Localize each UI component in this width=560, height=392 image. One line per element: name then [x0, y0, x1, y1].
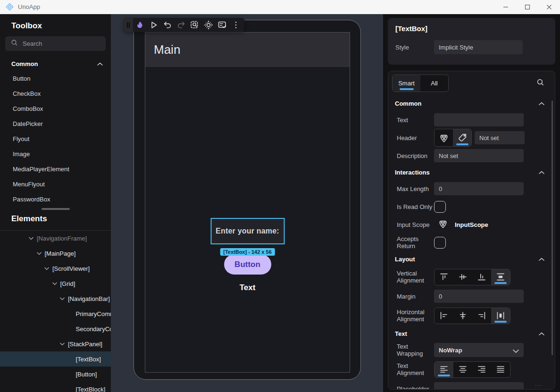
tree-item-textblock[interactable]: [TextBlock]	[0, 382, 111, 392]
style-input[interactable]: Implicit Style	[434, 40, 523, 54]
undo-icon[interactable]	[160, 18, 174, 32]
theme-brightness-icon[interactable]	[201, 18, 215, 32]
hot-design-flame-icon[interactable]	[133, 18, 147, 32]
section-header-interactions[interactable]: Interactions	[388, 165, 555, 180]
property-row-vertical-alignment: Vertical Alignment	[388, 267, 555, 287]
property-row-description: DescriptionNot set	[388, 147, 555, 165]
property-control	[434, 113, 524, 126]
tree-item-secondaryco[interactable]: SecondaryCo	[0, 321, 111, 336]
tree-item-stackpanel[interactable]: [StackPanel]	[0, 336, 111, 351]
chevron-down-icon[interactable]	[35, 252, 43, 255]
property-row-is-read-only: Is Read Only	[388, 198, 555, 216]
tree-item-mainpage[interactable]: [MainPage]	[0, 246, 111, 261]
margin-input[interactable]: 0	[434, 290, 524, 303]
property-control	[434, 201, 446, 213]
drag-handle-icon[interactable]	[124, 18, 133, 32]
device-screen[interactable]: Main Enter your name: [TextBox] - 142 x …	[145, 32, 350, 373]
form-validation-icon[interactable]	[215, 18, 229, 32]
toolbox-item-combobox[interactable]: ComboBox	[0, 101, 111, 116]
canvas-textblock[interactable]: Text	[240, 283, 256, 292]
toolbox-item-menuflyout[interactable]: MenuFlyout	[0, 176, 111, 192]
toolbox-item-flyout[interactable]: Flyout	[0, 131, 111, 146]
toolbox-search-input[interactable]: Search	[5, 36, 106, 51]
toolbox-item-checkbox[interactable]: CheckBox	[0, 86, 111, 101]
tree-item-scrollviewer[interactable]: [ScrollViewer]	[0, 261, 111, 276]
properties-search-icon[interactable]	[536, 78, 544, 88]
max-length-input[interactable]: 0	[434, 182, 524, 195]
design-canvas[interactable]: Main Enter your name: [TextBox] - 142 x …	[111, 14, 383, 392]
property-label: Is Read Only	[388, 203, 434, 210]
tree-item-navigationbar[interactable]: [NavigationBar]	[0, 291, 111, 306]
play-icon[interactable]	[147, 18, 160, 32]
close-button[interactable]	[538, 0, 560, 14]
toolbox-search-placeholder: Search	[23, 40, 42, 47]
align-h-stretch-icon[interactable]	[491, 308, 510, 324]
text-align-justify-icon[interactable]	[491, 362, 510, 377]
align-v-center-icon[interactable]	[453, 269, 472, 285]
redo-icon[interactable]	[174, 18, 188, 32]
align-v-stretch-icon[interactable]	[491, 269, 510, 285]
text-wrapping-dropdown[interactable]: NoWrap	[434, 343, 524, 357]
align-bottom-icon[interactable]	[472, 269, 491, 285]
accepts-return-checkbox[interactable]	[434, 237, 446, 249]
property-row-text-alignment: Text Alignment	[388, 359, 555, 380]
property-row-text-wrapping: Text WrappingNoWrap	[388, 341, 555, 359]
input-scope-binding[interactable]: InputScope	[434, 218, 488, 231]
chevron-down-icon[interactable]	[27, 237, 35, 240]
splitter-grip[interactable]	[42, 208, 70, 210]
text-align-center-icon[interactable]	[453, 362, 472, 377]
property-row-margin: Margin0	[388, 287, 555, 305]
selection-size-badge: [TextBox] - 142 x 56	[220, 248, 275, 256]
property-label: Margin	[388, 293, 434, 300]
binding-icon[interactable]	[435, 129, 453, 146]
selected-textbox[interactable]: Enter your name:	[210, 218, 284, 244]
toolbox-elements-splitter[interactable]	[0, 207, 111, 211]
maximize-button[interactable]	[517, 0, 538, 14]
text-align-left-icon[interactable]	[435, 362, 453, 377]
tree-item-navigationframe[interactable]: [NavigationFrame]	[0, 231, 111, 246]
tree-item-primarycomm[interactable]: PrimaryComm	[0, 306, 111, 321]
chevron-down-icon[interactable]	[43, 267, 50, 270]
toolbox-item-mediaplayerelement[interactable]: MediaPlayerElement	[0, 161, 111, 176]
chevron-down-icon[interactable]	[59, 297, 66, 300]
property-row-placeholder: Placeholder	[388, 380, 555, 390]
chevron-down-icon[interactable]	[51, 282, 59, 285]
toolbox-item-image[interactable]: Image	[0, 146, 111, 161]
tab-all[interactable]: All	[420, 75, 448, 92]
text-align-right-icon[interactable]	[472, 362, 491, 377]
is-read-only-checkbox[interactable]	[434, 201, 446, 213]
description-input[interactable]: Not set	[434, 149, 524, 162]
property-row-text: Text	[388, 111, 555, 129]
chevron-down-icon[interactable]	[59, 342, 66, 346]
toolbox-item-passwordbox[interactable]: PasswordBox	[0, 192, 111, 207]
section-header-layout[interactable]: Layout	[388, 251, 555, 267]
property-label: Input Scope	[388, 221, 434, 228]
scrollbar[interactable]	[552, 100, 553, 355]
align-top-icon[interactable]	[435, 269, 453, 285]
tag-icon[interactable]	[453, 129, 471, 146]
property-control: Not set	[434, 129, 525, 147]
placeholder-input[interactable]	[434, 382, 524, 390]
tree-item-button[interactable]: [Button]	[0, 367, 111, 382]
style-label: Style	[388, 44, 434, 51]
header-input[interactable]: Not set	[475, 131, 525, 144]
toolbox-item-button[interactable]: Button	[0, 71, 111, 86]
property-control	[434, 382, 524, 390]
section-header-text[interactable]: Text	[388, 326, 555, 341]
text-input[interactable]	[434, 113, 524, 126]
canvas-button[interactable]: Button	[224, 254, 271, 275]
minimize-button[interactable]	[495, 0, 517, 14]
align-right-icon[interactable]	[472, 308, 491, 324]
align-h-center-icon[interactable]	[453, 308, 472, 324]
tab-smart[interactable]: Smart	[393, 75, 420, 92]
chevron-up-icon	[539, 329, 544, 338]
align-left-icon[interactable]	[435, 308, 453, 324]
toolbox-title: Toolbox	[0, 14, 111, 35]
toolbox-item-datepicker[interactable]: DatePicker	[0, 116, 111, 131]
tree-item-grid[interactable]: [Grid]	[0, 276, 111, 291]
tree-item-textbox[interactable]: [TextBox]	[0, 351, 111, 367]
toolbox-section-common[interactable]: Common	[0, 57, 111, 71]
section-header-common[interactable]: Common	[388, 96, 555, 111]
element-picker-icon[interactable]	[188, 18, 201, 32]
more-vertical-icon[interactable]	[229, 18, 242, 32]
